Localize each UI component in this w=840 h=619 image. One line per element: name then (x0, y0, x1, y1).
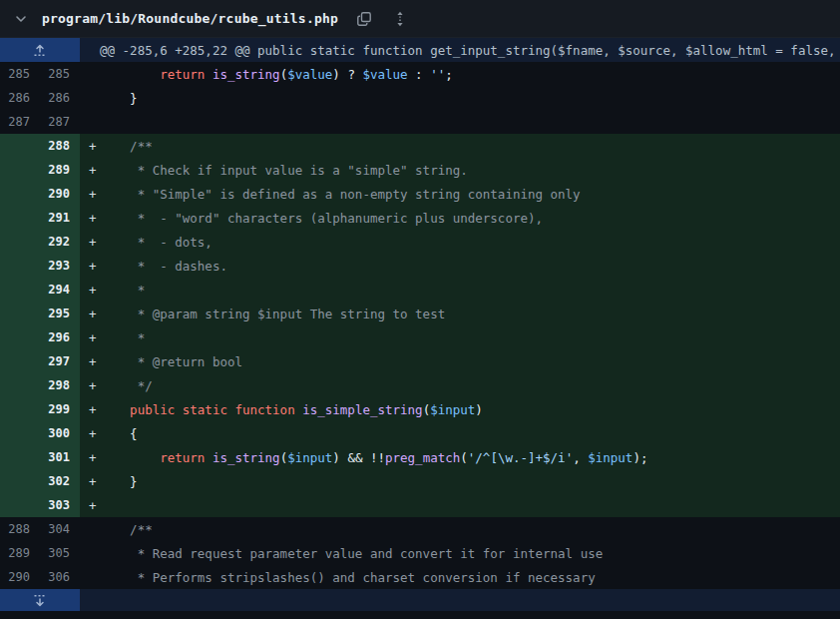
new-line-number[interactable]: 294 (40, 278, 80, 302)
code-content: * (100, 278, 840, 302)
diff-table: @@ -285,6 +285,22 @@ public static funct… (0, 38, 840, 611)
diff-lines: 285285 return is_string($value) ? $value… (0, 62, 840, 589)
diff-line: 296+ * (0, 325, 840, 349)
old-line-number[interactable]: 287 (0, 110, 40, 134)
expand-down-button[interactable] (0, 589, 80, 611)
new-line-number[interactable]: 293 (40, 254, 80, 278)
new-line-number[interactable]: 289 (40, 158, 80, 182)
diff-line: 297+ * @return bool (0, 349, 840, 373)
diff-line: 298+ */ (0, 373, 840, 397)
expand-row-fill (80, 589, 840, 611)
code-content: } (100, 86, 840, 110)
new-line-number[interactable]: 304 (40, 517, 80, 541)
old-line-number[interactable]: 290 (0, 565, 40, 589)
diff-line: 303+ (0, 493, 840, 517)
code-content: { (100, 421, 840, 445)
old-line-number[interactable] (0, 134, 40, 158)
code-content: */ (100, 373, 840, 397)
new-line-number[interactable]: 285 (40, 62, 80, 86)
diff-line: 285285 return is_string($value) ? $value… (0, 62, 840, 86)
diff-line: 290306 * Performs stripslashes() and cha… (0, 565, 840, 589)
old-line-number[interactable]: 289 (0, 541, 40, 565)
old-line-number[interactable] (0, 421, 40, 445)
diff-marker: + (80, 254, 100, 278)
new-line-number[interactable]: 292 (40, 230, 80, 254)
old-line-number[interactable]: 286 (0, 86, 40, 110)
new-line-number[interactable]: 297 (40, 349, 80, 373)
chevron-down-icon (14, 12, 28, 26)
diff-marker: + (80, 230, 100, 254)
diff-marker: + (80, 397, 100, 421)
old-line-number[interactable] (0, 469, 40, 493)
code-content: return is_string($value) ? $value : ''; (100, 62, 840, 86)
code-content: return is_string($input) && !!preg_match… (100, 445, 840, 469)
old-line-number[interactable] (0, 230, 40, 254)
expand-all-button[interactable] (390, 9, 410, 29)
old-line-number[interactable]: 285 (0, 62, 40, 86)
code-content: * @return bool (100, 349, 840, 373)
collapse-file-button[interactable] (12, 10, 30, 28)
new-line-number[interactable]: 296 (40, 325, 80, 349)
old-line-number[interactable] (0, 302, 40, 325)
code-content: * @param string $input The string to tes… (100, 302, 840, 325)
expand-up-button[interactable] (0, 38, 80, 62)
code-content: } (100, 469, 840, 493)
diff-line: 290+ * "Simple" is defined as a non-empt… (0, 182, 840, 206)
new-line-number[interactable]: 290 (40, 182, 80, 206)
old-line-number[interactable] (0, 206, 40, 230)
code-content (100, 110, 840, 134)
new-line-number[interactable]: 306 (40, 565, 80, 589)
diff-marker: + (80, 325, 100, 349)
new-line-number[interactable]: 287 (40, 110, 80, 134)
diff-line: 293+ * - dashes. (0, 254, 840, 278)
diff-line: 289+ * Check if input value is a "simple… (0, 158, 840, 182)
old-line-number[interactable] (0, 182, 40, 206)
copy-path-button[interactable] (354, 9, 374, 29)
copy-icon (356, 11, 372, 27)
diff-marker: + (80, 302, 100, 325)
hunk-header: @@ -285,6 +285,22 @@ public static funct… (80, 38, 840, 62)
old-line-number[interactable] (0, 373, 40, 397)
new-line-number[interactable]: 288 (40, 134, 80, 158)
new-line-number[interactable]: 302 (40, 469, 80, 493)
diff-line: 302+ } (0, 469, 840, 493)
new-line-number[interactable]: 295 (40, 302, 80, 325)
code-content: * (100, 325, 840, 349)
diff-line: 291+ * - "word" characters (alphanumeric… (0, 206, 840, 230)
new-line-number[interactable]: 291 (40, 206, 80, 230)
diff-line: 289305 * Read request parameter value an… (0, 541, 840, 565)
diff-marker (80, 565, 100, 589)
new-line-number[interactable]: 299 (40, 397, 80, 421)
old-line-number[interactable] (0, 325, 40, 349)
diff-marker (80, 86, 100, 110)
diff-marker: + (80, 493, 100, 517)
old-line-number[interactable] (0, 493, 40, 517)
code-content: /** (100, 134, 840, 158)
diff-line: 295+ * @param string $input The string t… (0, 302, 840, 325)
new-line-number[interactable]: 303 (40, 493, 80, 517)
old-line-number[interactable]: 288 (0, 517, 40, 541)
old-line-number[interactable] (0, 397, 40, 421)
new-line-number[interactable]: 305 (40, 541, 80, 565)
diff-line: 286286 } (0, 86, 840, 110)
code-content: * Read request parameter value and conve… (100, 541, 840, 565)
file-header: program/lib/Roundcube/rcube_utils.php (0, 0, 840, 38)
diff-line: 294+ * (0, 278, 840, 302)
new-line-number[interactable]: 286 (40, 86, 80, 110)
old-line-number[interactable] (0, 349, 40, 373)
old-line-number[interactable] (0, 254, 40, 278)
diff-line: 299+ public static function is_simple_st… (0, 397, 840, 421)
diff-marker: + (80, 158, 100, 182)
old-line-number[interactable] (0, 445, 40, 469)
new-line-number[interactable]: 298 (40, 373, 80, 397)
old-line-number[interactable] (0, 158, 40, 182)
expand-down-icon (32, 594, 48, 607)
diff-marker: + (80, 445, 100, 469)
unfold-icon (392, 11, 408, 27)
hunk-row: @@ -285,6 +285,22 @@ public static funct… (0, 38, 840, 62)
old-line-number[interactable] (0, 278, 40, 302)
new-line-number[interactable]: 300 (40, 421, 80, 445)
diff-marker: + (80, 421, 100, 445)
diff-marker: + (80, 182, 100, 206)
new-line-number[interactable]: 301 (40, 445, 80, 469)
